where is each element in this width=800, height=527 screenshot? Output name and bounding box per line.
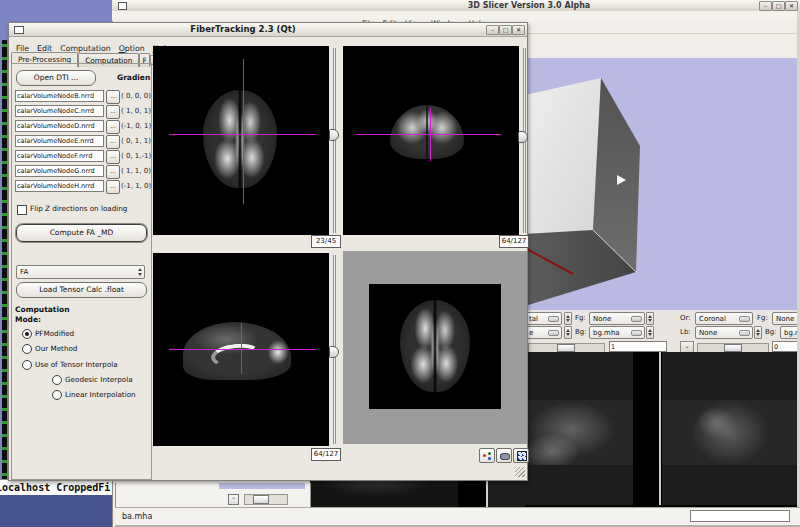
fg-dropdown-right[interactable]: None: [772, 312, 797, 325]
minimize-icon[interactable]: –: [759, 1, 772, 11]
gradient-header: Gradien: [117, 73, 150, 82]
compare-view-panel: –: [115, 483, 311, 507]
orientation-dropdown-left[interactable]: tal: [525, 312, 562, 325]
combo-indicator-icon: [631, 330, 642, 336]
minimize-icon[interactable]: –: [486, 25, 499, 35]
slice-controllers: tal Fg: None e Bg: bg.mha Or: Coronal Fg…: [525, 310, 797, 352]
mini-slider[interactable]: [244, 494, 288, 505]
browse-button[interactable]: ...: [106, 120, 120, 134]
terminal-body[interactable]: [0, 495, 115, 527]
preview-panel[interactable]: [343, 251, 527, 444]
layout-button[interactable]: [513, 448, 529, 463]
mode-header-line2: Mode:: [15, 315, 41, 324]
file-row: ... (-1, 1, 0): [12, 180, 151, 193]
browse-button[interactable]: ...: [106, 105, 120, 119]
browse-button[interactable]: ...: [106, 150, 120, 164]
lb-label: Lb:: [680, 326, 691, 339]
flip-z-checkbox[interactable]: [17, 205, 27, 215]
capture-button[interactable]: [496, 448, 512, 463]
combo-indicator-icon: [548, 316, 559, 322]
slider-handle[interactable]: [329, 346, 339, 358]
coronal-slice-viewport[interactable]: [662, 352, 797, 505]
open-dti-button[interactable]: Open DTI ...: [16, 70, 96, 86]
volume-file-input[interactable]: [15, 105, 104, 117]
axial-slice-slider[interactable]: [331, 46, 339, 235]
sagittal-viewport[interactable]: [153, 253, 329, 446]
radio-geodesic[interactable]: [52, 375, 62, 385]
gradient-value: ( 1, 0, 1): [121, 105, 151, 118]
volume-file-input[interactable]: [15, 90, 104, 102]
file-row: ... ( 0, 1,-1): [12, 150, 151, 163]
maximize-icon[interactable]: □: [499, 25, 512, 35]
slider-handle[interactable]: [253, 495, 269, 504]
threed-cube: [525, 58, 797, 310]
lb-dropdown-right[interactable]: None: [695, 326, 753, 339]
crosshair-horizontal: [169, 349, 316, 350]
slider-handle[interactable]: [518, 131, 528, 143]
sagittal-slice-viewport[interactable]: [525, 352, 658, 505]
terminal-title-strip[interactable]: localhost CroppedFi: [0, 479, 114, 496]
viewport-divider: [659, 352, 661, 505]
camera-icon: [500, 453, 510, 460]
bg-dropdown-left[interactable]: bg.mha: [589, 326, 645, 339]
slice-slider-left[interactable]: [528, 343, 605, 352]
chevron-down-icon[interactable]: ⌄: [680, 341, 694, 352]
close-icon[interactable]: ✕: [785, 1, 798, 11]
coronal-slice-slider[interactable]: [521, 46, 527, 235]
resize-grip[interactable]: [515, 467, 525, 477]
slice-slider-right[interactable]: [697, 343, 769, 352]
label-spinner[interactable]: [564, 326, 572, 339]
lb-spinner[interactable]: [754, 326, 762, 339]
browse-button[interactable]: ...: [106, 165, 120, 179]
radio-our-method-label: Our Method: [35, 344, 77, 354]
volume-file-input[interactable]: [15, 120, 104, 132]
volume-file-input[interactable]: [15, 150, 104, 162]
slice-offset-field-left[interactable]: [609, 341, 667, 352]
bg-spinner[interactable]: [646, 326, 654, 339]
radio-our-method[interactable]: [22, 344, 32, 354]
status-input[interactable]: [690, 510, 790, 522]
fg-dropdown-left[interactable]: None: [589, 312, 645, 325]
label-dropdown-left[interactable]: e: [525, 326, 562, 339]
offset-spinner[interactable]: [564, 312, 572, 325]
axial-viewport[interactable]: [153, 46, 329, 235]
file-row: ... (-1, 0, 1): [12, 120, 151, 133]
sagittal-slice-slider[interactable]: [331, 253, 339, 446]
glyph-display-button[interactable]: [479, 448, 495, 463]
orientation-dropdown-right[interactable]: Coronal: [695, 312, 753, 325]
crosshair-vertical: [243, 59, 244, 204]
maximize-icon[interactable]: □: [772, 1, 785, 11]
radio-tensor-interpolation[interactable]: [22, 360, 32, 370]
coronal-faint-image: [662, 400, 797, 465]
slider-handle[interactable]: [557, 344, 575, 352]
coronal-viewport[interactable]: [343, 46, 519, 235]
measure-dropdown[interactable]: FA: [16, 265, 145, 279]
slider-handle[interactable]: [329, 129, 339, 141]
slice-offset-field-right[interactable]: [772, 341, 797, 352]
gradient-value: (-1, 0, 1): [121, 120, 151, 133]
corpus-callosum-arc: [210, 341, 262, 369]
radio-pfmodified[interactable]: [22, 329, 32, 339]
browse-button[interactable]: ...: [106, 135, 120, 149]
volume-file-input[interactable]: [15, 180, 104, 192]
load-tensor-button[interactable]: Load Tensor Calc .float: [16, 282, 147, 298]
radio-linear[interactable]: [52, 390, 62, 400]
gradient-value: ( 0, 1,-1): [121, 150, 151, 163]
fg-label: Fg:: [575, 312, 586, 325]
fg-spinner[interactable]: [646, 312, 654, 325]
close-icon[interactable]: ✕: [512, 25, 525, 35]
fibertracking-dialog: FiberTracking 2.3 (Qt) – □ ✕ FileEditCom…: [8, 22, 528, 481]
collapse-button[interactable]: –: [228, 494, 239, 505]
volume-file-input[interactable]: [15, 135, 104, 147]
threed-view[interactable]: [525, 58, 797, 310]
bottom-left-viewport[interactable]: [310, 479, 525, 507]
compute-fa-md-button[interactable]: Compute FA _MD: [16, 224, 147, 242]
volume-file-input[interactable]: [15, 165, 104, 177]
bg-label: Bg:: [765, 326, 777, 339]
browse-button[interactable]: ...: [106, 180, 120, 194]
dialog-title-bar[interactable]: FiberTracking 2.3 (Qt) – □ ✕: [9, 23, 527, 37]
main-window-title: 3D Slicer Version 3.0 Alpha: [112, 0, 800, 11]
browse-button[interactable]: ...: [106, 90, 120, 104]
slider-handle[interactable]: [724, 344, 742, 352]
bg-dropdown-right[interactable]: bg.mha: [780, 326, 797, 339]
